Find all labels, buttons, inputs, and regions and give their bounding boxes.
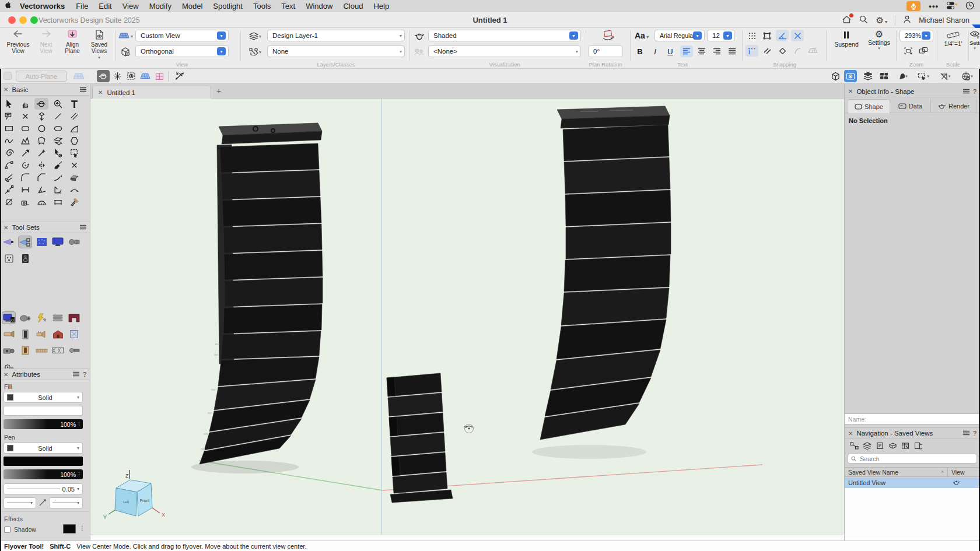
view-render-dropdown[interactable]: Orthogonal▾ (135, 45, 229, 57)
shadow-menu-icon[interactable]: ⋮ (79, 525, 85, 531)
control-center-icon[interactable] (947, 2, 957, 11)
fit-page-icon[interactable] (917, 45, 930, 57)
toolset-led-screen[interactable] (34, 236, 48, 248)
palette-menu-icon[interactable] (963, 88, 970, 95)
saved-views-button[interactable]: Saved Views ▾ (85, 30, 113, 61)
previous-view-button[interactable]: Previous View (4, 30, 33, 54)
tool-zoom[interactable] (51, 98, 65, 110)
menu-file[interactable]: File (71, 2, 93, 10)
av-tool-seating[interactable] (51, 311, 65, 324)
tool-shell-solid[interactable] (67, 171, 81, 183)
align-left-button[interactable] (680, 45, 693, 57)
fill-color-swatch[interactable] (7, 394, 13, 401)
tool-angular-dimension[interactable] (34, 184, 48, 195)
palette-menu-icon[interactable] (80, 86, 86, 93)
opacity-menu-icon[interactable]: ⋮ (76, 471, 82, 477)
tool-callout[interactable] (2, 110, 16, 122)
menu-window[interactable]: Window (300, 2, 338, 10)
tool-attribute-mapping[interactable] (67, 196, 81, 208)
next-view-button[interactable]: Next View (34, 30, 58, 54)
tool-select-similar[interactable] (51, 147, 65, 159)
nav-tab-design-layers-icon[interactable] (860, 440, 873, 451)
snap-edge-button[interactable] (776, 45, 789, 57)
nav-tab-sheet-layers-icon[interactable] (873, 440, 886, 451)
pen-opacity-bar[interactable]: 100% ⋮ (4, 469, 83, 479)
basic-palette-header[interactable]: ✕ Basic (0, 84, 90, 96)
unified-view-icon[interactable] (829, 70, 842, 82)
tool-extend[interactable] (51, 171, 65, 183)
close-icon[interactable]: ✕ (4, 371, 8, 378)
classes-icon[interactable]: ▾ (247, 46, 262, 58)
tool-arc-dimension[interactable] (67, 184, 81, 195)
sort-ascending-icon[interactable]: ˄ (941, 469, 947, 475)
tool-polygon[interactable] (34, 135, 48, 146)
view-bar-settings-button[interactable]: Settings ▾ (970, 30, 980, 51)
tool-move-by-points[interactable] (2, 159, 16, 171)
flyover-mode-center-axis[interactable] (111, 70, 124, 82)
nav-tab-references-icon[interactable] (848, 440, 860, 451)
flyover-mode-object-center[interactable] (97, 70, 110, 82)
menu-model[interactable]: Model (177, 2, 208, 10)
home-icon[interactable] (842, 15, 852, 26)
cube-left-label[interactable]: Left (123, 500, 129, 504)
toolset-audio[interactable] (18, 252, 32, 265)
tool-pan[interactable] (18, 98, 32, 110)
av-tool-power[interactable] (34, 311, 48, 324)
redline-markup-button[interactable]: ▾ (893, 70, 912, 82)
render-mode-teapot-icon[interactable] (412, 30, 427, 42)
tool-object-dimension[interactable] (51, 196, 65, 208)
tool-rounded-rectangle[interactable] (18, 122, 32, 134)
align-justify-button[interactable] (726, 45, 738, 57)
tool-surface[interactable] (51, 135, 65, 146)
selection-options-button[interactable]: ▾ (914, 70, 933, 82)
av-tool-camera2[interactable] (2, 344, 16, 357)
menu-edit[interactable]: Edit (93, 2, 117, 10)
italic-button[interactable]: I (649, 45, 662, 57)
toolset-spotlight[interactable] (2, 236, 16, 248)
tab-data[interactable]: Data (890, 99, 931, 113)
font-size-dropdown[interactable]: 12▾ (707, 30, 735, 41)
av-tool-stage[interactable] (67, 311, 81, 324)
snap-angle-button[interactable] (776, 30, 789, 41)
align-right-button[interactable] (710, 45, 723, 57)
palette-menu-icon[interactable] (80, 224, 86, 231)
tool-magic-wand[interactable] (34, 147, 48, 159)
tool-spiral[interactable] (2, 147, 16, 159)
document-tab[interactable]: ✕ Untitled 1 (92, 86, 211, 99)
palette-menu-icon[interactable] (963, 430, 970, 437)
av-tool-mirror[interactable] (67, 328, 81, 341)
tool-arc[interactable] (67, 122, 81, 134)
opacity-menu-icon[interactable]: ⋮ (76, 421, 82, 427)
quick-preferences-globe-button[interactable]: ▾ (957, 70, 978, 82)
line-style-dropdown-2[interactable]: ▾ (49, 497, 83, 508)
nav-tab-saved-views-icon[interactable] (912, 440, 925, 451)
active-class-dropdown[interactable]: None▾ (267, 45, 405, 57)
tool-push-pull[interactable] (34, 110, 48, 122)
bold-button[interactable]: B (634, 45, 646, 57)
menu-modify[interactable]: Modify (144, 2, 177, 10)
tool-preferences-icon[interactable] (173, 70, 186, 82)
data-visualization-icon[interactable] (412, 46, 427, 58)
saved-view-name[interactable]: Untitled View (845, 479, 948, 486)
saved-views-search[interactable] (848, 454, 977, 464)
tool-text[interactable] (67, 98, 81, 110)
user-icon[interactable] (903, 15, 911, 26)
tool-connect-combine[interactable] (2, 184, 16, 195)
tool-regular-polygon[interactable] (67, 135, 81, 146)
line-weight-dropdown[interactable]: 0.05 ▾ (4, 483, 83, 494)
palette-menu-icon[interactable] (73, 371, 79, 378)
nav-tab-classes-icon[interactable] (886, 440, 899, 451)
cube-front-label[interactable]: Front (140, 499, 149, 503)
av-tool-spotlight-instrument[interactable] (34, 328, 48, 341)
toolset-monitor[interactable] (51, 236, 65, 248)
tool-corner-dimension[interactable] (51, 184, 65, 195)
tool-diameter-dimension[interactable] (2, 196, 16, 208)
snap-grid-button[interactable] (746, 30, 758, 41)
saved-views-list-empty[interactable] (845, 488, 980, 541)
navigation-header[interactable]: ✕ Navigation - Saved Views ? (845, 427, 980, 439)
tool-rotate[interactable] (18, 159, 32, 171)
tool-line[interactable] (51, 110, 65, 122)
nav-tab-viewports-icon[interactable] (899, 440, 912, 451)
layers-icon[interactable]: ▾ (247, 30, 262, 42)
snap-tangent-button[interactable] (791, 45, 804, 57)
